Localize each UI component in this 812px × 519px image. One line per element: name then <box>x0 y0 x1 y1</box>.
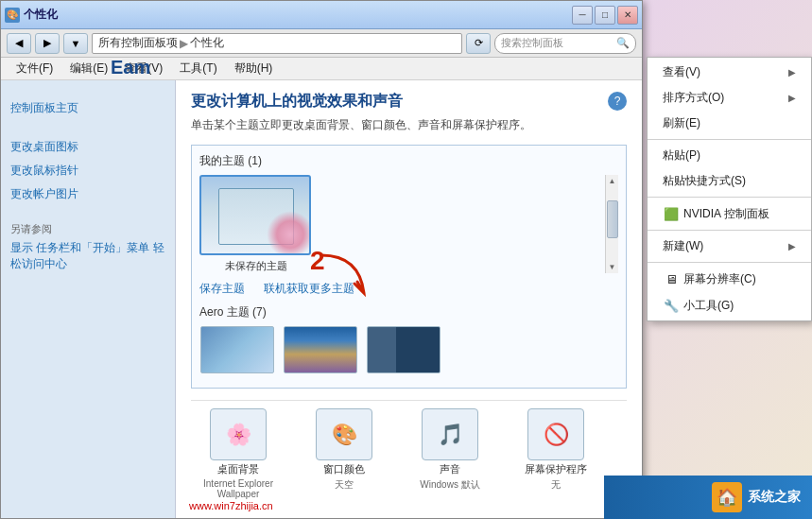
ctx-divider-1 <box>648 139 811 140</box>
path-root: 所有控制面板项 <box>98 35 178 51</box>
logo-icon: 🏠 <box>712 482 742 512</box>
maximize-button[interactable]: □ <box>595 6 615 25</box>
screensaver-name: 屏幕保护程序 <box>525 462 587 476</box>
get-more-themes-link[interactable]: 联机获取更多主题 <box>264 281 354 297</box>
main-subtitle: 单击某个主题立即更改桌面背景、窗口颜色、声音和屏幕保护程序。 <box>191 117 608 133</box>
aero-items-row <box>199 326 618 380</box>
ctx-item-nvidia[interactable]: 🟩 NVIDIA 控制面板 <box>648 200 811 227</box>
ctx-item-refresh[interactable]: 刷新(E) <box>648 111 811 136</box>
menu-view[interactable]: 查看(V) <box>117 59 170 78</box>
ctx-item-gadgets[interactable]: 🔧 小工具(G) <box>648 292 811 319</box>
tool-background[interactable]: 🌸 桌面背景 Internet ExplorerWallpaper <box>191 408 285 499</box>
ctx-item-resolution[interactable]: 🖥 屏幕分辨率(C) <box>648 266 811 292</box>
sound-icon: 🎵 <box>422 408 478 460</box>
help-button[interactable]: ? <box>608 92 627 111</box>
ctx-refresh-label: 刷新(E) <box>663 115 700 131</box>
ctx-item-paste[interactable]: 粘贴(P) <box>648 143 811 168</box>
color-subname: 天空 <box>335 478 354 492</box>
background-icon: 🌸 <box>210 408 267 460</box>
forward-button[interactable]: ▶ <box>35 33 60 54</box>
ctx-paste-shortcut-label: 粘贴快捷方式(S) <box>663 173 746 189</box>
aero-preview-2 <box>284 326 357 373</box>
sidebar: 控制面板主页 更改桌面图标 更改鼠标指针 更改帐户图片 另请参阅 显示 任务栏和… <box>1 80 176 518</box>
ctx-resolution-label: 屏幕分辨率(C) <box>683 271 756 287</box>
theme-preview-flower <box>267 211 311 255</box>
background-subname: Internet ExplorerWallpaper <box>203 478 273 499</box>
recent-button[interactable]: ▼ <box>63 33 88 54</box>
search-icon: 🔍 <box>616 37 630 49</box>
aero-item-3[interactable] <box>366 326 441 376</box>
main-panel: 更改计算机上的视觉效果和声音 单击某个主题立即更改桌面背景、窗口颜色、声音和屏幕… <box>176 80 642 518</box>
back-button[interactable]: ◀ <box>7 33 31 54</box>
ctx-nvidia-label: NVIDIA 控制面板 <box>683 206 769 222</box>
color-name: 窗口颜色 <box>323 462 365 476</box>
screensaver-icon: 🚫 <box>527 408 584 460</box>
menu-help[interactable]: 帮助(H) <box>227 59 281 78</box>
bottom-logo: 🏠 系统之家 <box>604 476 812 519</box>
window-icon: 🎨 <box>5 8 20 23</box>
unsaved-theme[interactable]: 未保存的主题 <box>199 175 313 273</box>
theme-preview-image <box>199 175 311 255</box>
address-bar: ◀ ▶ ▼ 所有控制面板项 ▶ 个性化 ⟳ 搜索控制面板 🔍 <box>1 29 642 58</box>
sidebar-link-account[interactable]: 更改帐户图片 <box>10 185 165 203</box>
tool-color[interactable]: 🎨 窗口颜色 天空 <box>297 408 391 499</box>
save-theme-link[interactable]: 保存主题 <box>199 281 245 297</box>
address-path[interactable]: 所有控制面板项 ▶ 个性化 <box>92 33 462 54</box>
content-area: 控制面板主页 更改桌面图标 更改鼠标指针 更改帐户图片 另请参阅 显示 任务栏和… <box>1 80 642 518</box>
sidebar-link-taskbar[interactable]: 任务栏和「开始」菜单 <box>36 240 149 255</box>
search-placeholder: 搜索控制面板 <box>501 36 563 50</box>
aero-preview-3 <box>367 326 441 373</box>
scroll-thumb[interactable] <box>607 200 618 238</box>
aero-section-title: Aero 主题 (7) <box>199 304 618 320</box>
sidebar-link-display[interactable]: 显示 <box>10 240 33 255</box>
scroll-down-arrow[interactable]: ▼ <box>607 261 618 273</box>
menu-tools[interactable]: 工具(T) <box>172 59 224 78</box>
menu-edit[interactable]: 编辑(E) <box>62 59 115 78</box>
path-separator: ▶ <box>180 37 188 50</box>
window-controls: ─ □ ✕ <box>572 6 638 25</box>
main-title: 更改计算机上的视觉效果和声音 <box>191 92 608 112</box>
scroll-track: ▲ ▼ <box>605 175 618 273</box>
search-box[interactable]: 搜索控制面板 🔍 <box>494 33 636 54</box>
ctx-new-label: 新建(W) <box>663 238 703 254</box>
bottom-tools: 🌸 桌面背景 Internet ExplorerWallpaper 🎨 窗口颜色… <box>191 400 627 507</box>
close-button[interactable]: ✕ <box>617 6 638 25</box>
screensaver-subname: 无 <box>551 478 561 492</box>
ctx-item-view[interactable]: 查看(V) ▶ <box>648 60 811 85</box>
tool-screensaver[interactable]: 🚫 屏幕保护程序 无 <box>509 408 603 499</box>
ctx-divider-2 <box>648 197 811 198</box>
ctx-item-paste-shortcut[interactable]: 粘贴快捷方式(S) <box>648 168 811 194</box>
aero-preview-1 <box>200 326 274 373</box>
window-title: 个性化 <box>24 7 572 23</box>
theme-container: 我的主题 (1) 未保存的主题 ▲ ▼ <box>191 145 627 389</box>
aero-item-2[interactable] <box>283 326 358 376</box>
resolution-icon: 🖥 <box>663 270 680 287</box>
my-themes-title: 我的主题 (1) <box>199 153 618 169</box>
ctx-paste-label: 粘贴(P) <box>663 147 700 164</box>
sidebar-link-desktop-icons[interactable]: 更改桌面图标 <box>10 138 165 156</box>
refresh-button[interactable]: ⟳ <box>466 33 491 54</box>
menu-bar: 文件(F) 编辑(E) 查看(V) 工具(T) 帮助(H) <box>1 58 642 80</box>
sound-name: 声音 <box>440 462 460 476</box>
tool-sound[interactable]: 🎵 声音 Windows 默认 <box>403 408 497 499</box>
ctx-item-new[interactable]: 新建(W) ▶ <box>648 234 811 259</box>
logo-text: 系统之家 <box>748 489 801 506</box>
context-menu: 查看(V) ▶ 排序方式(O) ▶ 刷新(E) 粘贴(P) 粘贴快捷方式(S) … <box>647 57 812 321</box>
sidebar-link-mouse[interactable]: 更改鼠标指针 <box>10 162 165 180</box>
sound-subname: Windows 默认 <box>420 478 479 492</box>
aero-item-1[interactable] <box>199 326 275 376</box>
ctx-item-sort[interactable]: 排序方式(O) ▶ <box>648 85 811 111</box>
ctx-gadgets-label: 小工具(G) <box>683 298 734 314</box>
ctx-sort-label: 排序方式(O) <box>663 90 724 106</box>
sidebar-also-title: 另请参阅 <box>10 222 165 236</box>
color-icon: 🎨 <box>316 408 372 460</box>
minimize-button[interactable]: ─ <box>572 6 593 25</box>
ctx-new-arrow: ▶ <box>788 241 796 251</box>
ctx-divider-4 <box>648 262 811 263</box>
scroll-up-arrow[interactable]: ▲ <box>607 175 618 187</box>
menu-file[interactable]: 文件(F) <box>9 59 60 78</box>
ctx-sort-arrow: ▶ <box>788 93 796 103</box>
ctx-view-label: 查看(V) <box>663 64 700 80</box>
ctx-view-arrow: ▶ <box>788 67 796 78</box>
sidebar-link-home[interactable]: 控制面板主页 <box>10 99 165 117</box>
